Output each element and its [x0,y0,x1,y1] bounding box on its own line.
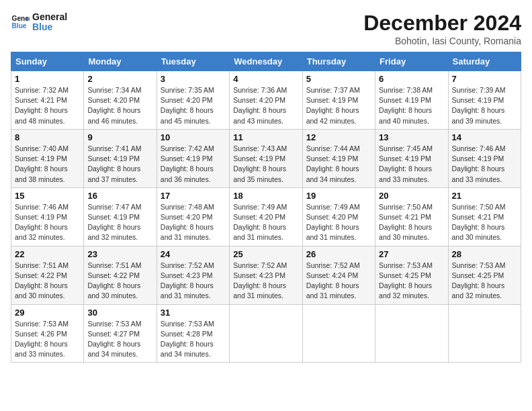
day-info: Sunrise: 7:35 AMSunset: 4:20 PMDaylight:… [161,85,226,126]
title-block: December 2024 Bohotin, Iasi County, Roma… [363,11,521,46]
day-info: Sunrise: 7:53 AMSunset: 4:28 PMDaylight:… [161,319,226,360]
calendar-cell: 24Sunrise: 7:52 AMSunset: 4:23 PMDayligh… [157,246,229,304]
calendar-cell: 26Sunrise: 7:52 AMSunset: 4:24 PMDayligh… [302,246,375,304]
day-info: Sunrise: 7:53 AMSunset: 4:27 PMDaylight:… [87,319,152,360]
calendar-cell: 13Sunrise: 7:45 AMSunset: 4:19 PMDayligh… [375,129,448,187]
day-info: Sunrise: 7:52 AMSunset: 4:23 PMDaylight:… [161,261,226,302]
day-number: 8 [15,132,80,142]
calendar-cell: 6Sunrise: 7:38 AMSunset: 4:19 PMDaylight… [375,71,448,130]
calendar-cell: 10Sunrise: 7:42 AMSunset: 4:19 PMDayligh… [157,129,229,187]
month-title: December 2024 [363,11,521,36]
day-number: 9 [87,132,152,142]
logo-line2: Blue [32,21,67,33]
day-number: 26 [306,249,371,259]
day-number: 3 [161,74,226,84]
day-info: Sunrise: 7:47 AMSunset: 4:19 PMDaylight:… [87,202,152,243]
day-info: Sunrise: 7:53 AMSunset: 4:25 PMDaylight:… [379,261,444,302]
calendar-cell: 1Sunrise: 7:32 AMSunset: 4:21 PMDaylight… [11,71,84,130]
calendar-cell: 28Sunrise: 7:53 AMSunset: 4:25 PMDayligh… [448,246,521,304]
calendar-cell: 21Sunrise: 7:50 AMSunset: 4:21 PMDayligh… [448,187,521,246]
weekday-header-wednesday: Wednesday [230,52,302,71]
day-info: Sunrise: 7:34 AMSunset: 4:20 PMDaylight:… [87,85,152,126]
day-info: Sunrise: 7:32 AMSunset: 4:21 PMDaylight:… [15,85,80,126]
day-info: Sunrise: 7:37 AMSunset: 4:19 PMDaylight:… [306,85,371,126]
day-number: 31 [161,308,226,318]
calendar-cell: 14Sunrise: 7:46 AMSunset: 4:19 PMDayligh… [448,129,521,187]
calendar-cell: 9Sunrise: 7:41 AMSunset: 4:19 PMDaylight… [84,129,157,187]
day-number: 25 [233,249,298,259]
calendar-cell [375,304,448,363]
weekday-header-row: SundayMondayTuesdayWednesdayThursdayFrid… [11,52,521,71]
calendar-cell: 15Sunrise: 7:46 AMSunset: 4:19 PMDayligh… [11,187,84,246]
calendar-cell: 17Sunrise: 7:48 AMSunset: 4:20 PMDayligh… [157,187,229,246]
calendar-week-5: 29Sunrise: 7:53 AMSunset: 4:26 PMDayligh… [11,304,521,363]
calendar-cell: 3Sunrise: 7:35 AMSunset: 4:20 PMDaylight… [157,71,229,130]
day-number: 4 [233,74,298,84]
day-number: 13 [379,132,444,142]
day-info: Sunrise: 7:43 AMSunset: 4:19 PMDaylight:… [233,144,298,185]
weekday-header-tuesday: Tuesday [157,52,229,71]
day-number: 12 [306,132,371,142]
day-number: 16 [87,191,152,201]
day-number: 21 [452,191,517,201]
day-number: 1 [15,74,80,84]
calendar-week-4: 22Sunrise: 7:51 AMSunset: 4:22 PMDayligh… [11,246,521,304]
calendar-cell: 22Sunrise: 7:51 AMSunset: 4:22 PMDayligh… [11,246,84,304]
calendar-cell: 31Sunrise: 7:53 AMSunset: 4:28 PMDayligh… [157,304,229,363]
calendar-cell: 12Sunrise: 7:44 AMSunset: 4:19 PMDayligh… [302,129,375,187]
day-number: 27 [379,249,444,259]
calendar-cell: 11Sunrise: 7:43 AMSunset: 4:19 PMDayligh… [230,129,302,187]
logo: General Blue General Blue [11,11,67,33]
calendar-cell [448,304,521,363]
day-number: 30 [87,308,152,318]
day-number: 11 [233,132,298,142]
calendar-cell: 29Sunrise: 7:53 AMSunset: 4:26 PMDayligh… [11,304,84,363]
day-number: 5 [306,74,371,84]
day-info: Sunrise: 7:51 AMSunset: 4:22 PMDaylight:… [87,261,152,302]
day-number: 17 [161,191,226,201]
day-info: Sunrise: 7:45 AMSunset: 4:19 PMDaylight:… [379,144,444,185]
calendar-cell: 19Sunrise: 7:49 AMSunset: 4:20 PMDayligh… [302,187,375,246]
page-header: General Blue General Blue December 2024 … [11,11,521,46]
day-number: 10 [161,132,226,142]
calendar-cell: 23Sunrise: 7:51 AMSunset: 4:22 PMDayligh… [84,246,157,304]
location: Bohotin, Iasi County, Romania [363,36,521,46]
day-info: Sunrise: 7:42 AMSunset: 4:19 PMDaylight:… [161,144,226,185]
day-info: Sunrise: 7:49 AMSunset: 4:20 PMDaylight:… [233,202,298,243]
day-info: Sunrise: 7:52 AMSunset: 4:24 PMDaylight:… [306,261,371,302]
day-number: 28 [452,249,517,259]
day-number: 19 [306,191,371,201]
day-info: Sunrise: 7:38 AMSunset: 4:19 PMDaylight:… [379,85,444,126]
day-info: Sunrise: 7:40 AMSunset: 4:19 PMDaylight:… [15,144,80,185]
day-info: Sunrise: 7:36 AMSunset: 4:20 PMDaylight:… [233,85,298,126]
calendar-cell: 18Sunrise: 7:49 AMSunset: 4:20 PMDayligh… [230,187,302,246]
day-number: 14 [452,132,517,142]
day-number: 24 [161,249,226,259]
weekday-header-saturday: Saturday [448,52,521,71]
day-info: Sunrise: 7:50 AMSunset: 4:21 PMDaylight:… [379,202,444,243]
day-number: 7 [452,74,517,84]
day-number: 29 [15,308,80,318]
day-number: 2 [87,74,152,84]
calendar: SundayMondayTuesdayWednesdayThursdayFrid… [11,52,521,363]
day-number: 23 [87,249,152,259]
calendar-cell [302,304,375,363]
calendar-cell [230,304,302,363]
day-info: Sunrise: 7:46 AMSunset: 4:19 PMDaylight:… [452,144,517,185]
weekday-header-thursday: Thursday [302,52,375,71]
svg-text:Blue: Blue [12,22,27,30]
calendar-cell: 27Sunrise: 7:53 AMSunset: 4:25 PMDayligh… [375,246,448,304]
day-info: Sunrise: 7:48 AMSunset: 4:20 PMDaylight:… [161,202,226,243]
day-number: 6 [379,74,444,84]
calendar-cell: 16Sunrise: 7:47 AMSunset: 4:19 PMDayligh… [84,187,157,246]
calendar-cell: 2Sunrise: 7:34 AMSunset: 4:20 PMDaylight… [84,71,157,130]
calendar-week-2: 8Sunrise: 7:40 AMSunset: 4:19 PMDaylight… [11,129,521,187]
calendar-week-3: 15Sunrise: 7:46 AMSunset: 4:19 PMDayligh… [11,187,521,246]
calendar-cell: 30Sunrise: 7:53 AMSunset: 4:27 PMDayligh… [84,304,157,363]
day-info: Sunrise: 7:49 AMSunset: 4:20 PMDaylight:… [306,202,371,243]
calendar-cell: 20Sunrise: 7:50 AMSunset: 4:21 PMDayligh… [375,187,448,246]
day-info: Sunrise: 7:46 AMSunset: 4:19 PMDaylight:… [15,202,80,243]
day-number: 15 [15,191,80,201]
weekday-header-friday: Friday [375,52,448,71]
calendar-week-1: 1Sunrise: 7:32 AMSunset: 4:21 PMDaylight… [11,71,521,130]
